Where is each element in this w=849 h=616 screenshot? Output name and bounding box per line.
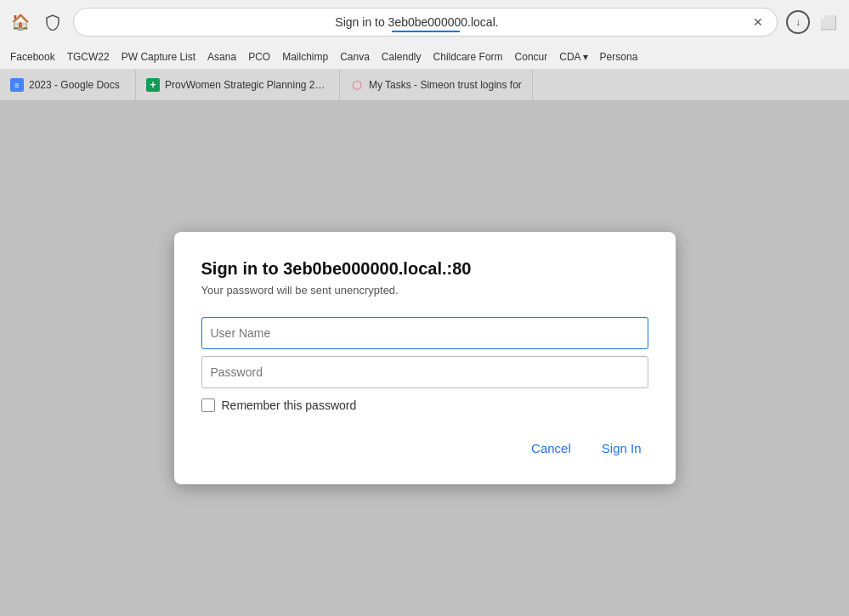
dialog-overlay: Sign in to 3eb0be000000.local.:80 Your p…: [0, 100, 849, 616]
asana-tab-icon: ⬡: [350, 78, 364, 92]
dialog-subtitle: Your password will be sent unencrypted.: [201, 284, 648, 297]
remember-password-label[interactable]: Remember this password: [222, 398, 357, 412]
tab-provwomen-xlsx[interactable]: + ProvWomen Strategic Planning 2023.xlsx…: [136, 70, 340, 100]
top-bar: 🏠 Sign in to 3eb0be000000.local. ✕ ↓ ⬜: [0, 0, 849, 44]
bookmark-asana[interactable]: Asana: [207, 51, 236, 63]
bookmark-cda-label: CDA: [559, 51, 580, 63]
signin-dialog: Sign in to 3eb0be000000.local.:80 Your p…: [174, 232, 676, 484]
dialog-actions: Cancel Sign In: [201, 436, 648, 461]
home-icon[interactable]: 🏠: [8, 10, 32, 34]
bookmark-canva[interactable]: Canva: [340, 51, 370, 63]
bookmark-childcare-form[interactable]: Childcare Form: [433, 51, 503, 63]
bookmark-mailchimp[interactable]: Mailchimp: [282, 51, 328, 63]
password-input[interactable]: [201, 356, 648, 388]
bookmark-pw-capture-list[interactable]: PW Capture List: [122, 51, 195, 63]
chevron-down-icon: ▾: [583, 51, 588, 63]
tab-my-tasks[interactable]: ⬡ My Tasks - Simeon trust logins for: [340, 70, 533, 100]
shield-icon: [41, 10, 65, 34]
bookmark-facebook[interactable]: Facebook: [10, 51, 55, 63]
download-icon[interactable]: ↓: [786, 10, 810, 34]
tab-label-provwomen: ProvWomen Strategic Planning 2023.xlsx..…: [165, 79, 329, 91]
docs-tab-icon: ≡: [10, 78, 24, 92]
bookmark-calendly[interactable]: Calendly: [382, 51, 422, 63]
browser-right-icons: ↓ ⬜: [786, 10, 841, 34]
tab-label-google-docs: 2023 - Google Docs: [29, 79, 120, 91]
remember-password-row: Remember this password: [201, 398, 648, 412]
bookmark-concur[interactable]: Concur: [515, 51, 548, 63]
username-input[interactable]: [201, 317, 648, 349]
bookmarks-bar: Facebook TGCW22 PW Capture List Asana PC…: [0, 44, 849, 70]
address-bar[interactable]: Sign in to 3eb0be000000.local. ✕: [73, 8, 778, 37]
bookmark-cda[interactable]: CDA ▾: [559, 51, 587, 63]
address-bar-underline: [392, 31, 460, 32]
tabs-bar: ≡ 2023 - Google Docs + ProvWomen Strateg…: [0, 70, 849, 100]
sheets-tab-icon: +: [146, 78, 160, 92]
bookmark-tgcw22[interactable]: TGCW22: [67, 51, 110, 63]
remember-password-checkbox[interactable]: [201, 398, 215, 412]
bookmark-pco[interactable]: PCO: [248, 51, 270, 63]
address-clear-button[interactable]: ✕: [750, 14, 767, 31]
dialog-title: Sign in to 3eb0be000000.local.:80: [201, 259, 648, 279]
bookmark-persona[interactable]: Persona: [600, 51, 638, 63]
signin-button[interactable]: Sign In: [595, 436, 648, 461]
tab-label-my-tasks: My Tasks - Simeon trust logins for: [369, 79, 522, 91]
cancel-button[interactable]: Cancel: [524, 436, 578, 461]
tabs-icon[interactable]: ⬜: [817, 10, 841, 34]
address-bar-text: Sign in to 3eb0be000000.local.: [84, 15, 750, 29]
main-content: Sign in to 3eb0be000000.local.:80 Your p…: [0, 100, 849, 616]
tab-google-docs[interactable]: ≡ 2023 - Google Docs: [0, 70, 136, 100]
browser-chrome: 🏠 Sign in to 3eb0be000000.local. ✕ ↓ ⬜ F…: [0, 0, 849, 100]
